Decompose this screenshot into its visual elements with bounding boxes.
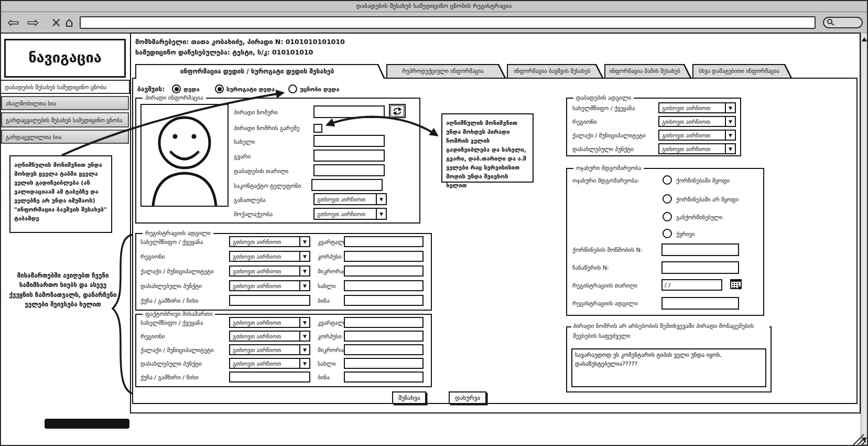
vertical-scrollbar[interactable]: [861, 33, 867, 445]
fact-house-input[interactable]: [344, 358, 424, 369]
fact-country-label: სახელმწიფო / ქვეყანა: [140, 320, 203, 326]
fact-region-label: რეგიონი: [140, 333, 165, 340]
dropdown-arrow-icon: ▼: [299, 267, 309, 275]
sidebar-title-label: ნავიგაცია: [28, 49, 101, 66]
refresh-icon: [390, 105, 404, 116]
user-info-line: მომხმარებელი: თათა კობახიძე, პირადი N: 0…: [135, 38, 345, 46]
registration-date-input[interactable]: [661, 279, 722, 291]
note-text: აღნიშნულის მონიშვნით უნდა მოხდეს პირადი …: [446, 120, 526, 189]
dropdown-arrow-icon: ▼: [299, 318, 309, 327]
bp-city-label: ქალაქი / მუნიციპალიტეტი: [572, 132, 646, 139]
reg-city-select[interactable]: გთხოვთ აირჩიოთ▼: [229, 266, 310, 277]
reg-region-select[interactable]: გთხოვთ აირჩიოთ▼: [229, 251, 310, 262]
marriage-certificate-input[interactable]: [661, 243, 739, 256]
close-button[interactable]: დახურვა: [449, 391, 486, 404]
scroll-up-arrow-icon[interactable]: [862, 35, 867, 41]
bp-region-select[interactable]: გთხოვთ აირჩიოთ▼: [658, 116, 736, 127]
refresh-personal-number-button[interactable]: [389, 104, 406, 118]
select-value: გთხოვთ აირჩიოთ: [662, 119, 710, 125]
registration-address-legend: რეგისტრაციის ადგილი: [143, 230, 213, 237]
radio-surrogate-mother[interactable]: [215, 84, 224, 93]
fact-region-select[interactable]: გთხოვთ აირჩიოთ▼: [229, 331, 310, 342]
bp-country-label: სახელმწიფო / ქვეყანა: [572, 105, 635, 112]
reg-country-select[interactable]: გთხოვთ აირჩიოთ▼: [229, 236, 310, 247]
select-value: გთხოვთ აირჩიოთ: [233, 360, 281, 367]
dropdown-arrow-icon: ▼: [376, 209, 386, 219]
back-icon[interactable]: ⇦: [7, 13, 19, 33]
fact-city-select[interactable]: გთხოვთ აირჩიოთ▼: [229, 344, 310, 355]
calendar-button[interactable]: [730, 278, 742, 291]
address-bar-input[interactable]: [80, 16, 816, 29]
application-window: დაბადების შესახებ სამედიცინო ცნობის რეგი…: [0, 0, 868, 446]
sidebar-item-death-certificate[interactable]: გარდაცვალების შესახებ სამედიცინო ცნობა: [1, 112, 129, 128]
photo-placeholder-smiley-icon: [142, 105, 227, 206]
radio-divorced[interactable]: [663, 212, 672, 221]
tab-child-info[interactable]: ინფორმაცია ბავშვის შესახებ: [507, 64, 603, 78]
citizenship-select[interactable]: გთხოვთ აირჩიოთ ▼: [313, 208, 387, 220]
sidebar-title: ნავიგაცია: [4, 39, 126, 78]
fact-block-input[interactable]: [344, 331, 424, 342]
radio-mother[interactable]: [172, 84, 181, 93]
education-select[interactable]: გთხოვთ აირჩიოთ ▼: [313, 193, 387, 205]
registration-place-label: რეგისტრაციის ადგილი: [572, 300, 638, 307]
radio-married[interactable]: [663, 175, 672, 185]
sidebar-item-newborn-list[interactable]: ახალშობილთა სია: [1, 96, 129, 110]
sidebar-item-deceased-list[interactable]: გარდაცვლილთა სია: [1, 130, 129, 144]
dropdown-arrow-icon: ▼: [299, 237, 309, 246]
basis-comment-textarea[interactable]: სავარაუდოდ ეს კომენტარის ტიპის ველი უნდა…: [571, 348, 766, 387]
reg-flat-input[interactable]: [344, 295, 424, 306]
last-name-input[interactable]: [313, 150, 385, 162]
horizontal-scrollbar-thumb[interactable]: [45, 419, 129, 429]
tab-mother-info[interactable]: ინფორმაცია დედის / სუროგატი დედის შესახე…: [135, 64, 385, 79]
fact-microdistrict-input[interactable]: [344, 344, 424, 355]
note-text: აღნიშნულის მონიშვნით უნდა მოხდეს ყველა ტ…: [14, 162, 107, 222]
fact-country-select[interactable]: გთხოვთ აირჩიოთ▼: [229, 317, 310, 328]
reg-settlement-label: დასახლებული პუნქტი: [140, 283, 202, 290]
fact-flat-input[interactable]: [344, 371, 424, 383]
radio-unknown-mother[interactable]: [288, 84, 297, 93]
note-personal-number: აღნიშნულის მონიშვნით უნდა მოხდეს პირადი …: [441, 113, 534, 183]
radio-not-married[interactable]: [663, 194, 672, 204]
reg-block-input[interactable]: [344, 251, 424, 262]
tab-father-info[interactable]: ინფორმაცია მამის შესახებ: [604, 64, 691, 78]
home-icon[interactable]: ⌂: [65, 13, 73, 33]
scroll-down-arrow-icon[interactable]: [862, 438, 867, 444]
reg-house-input[interactable]: [344, 280, 424, 291]
fact-quarter-input[interactable]: [344, 317, 424, 328]
window-title: დაბადების შესახებ სამედიცინო ცნობის რეგი…: [356, 2, 512, 9]
education-label: განათლება: [234, 197, 266, 204]
tab-reproductive-info[interactable]: რეპროდუქციული ინფორმაცია: [386, 64, 506, 78]
bp-country-select[interactable]: გთხოვთ აირჩიოთ▼: [658, 102, 736, 113]
search-icon: [827, 18, 835, 26]
personal-number-input[interactable]: [313, 105, 385, 118]
contact-phone-input[interactable]: [311, 179, 383, 191]
birth-date-input[interactable]: [313, 164, 385, 176]
tab-other-info[interactable]: სხვა დამატებითი ინფორმაცია: [692, 64, 792, 78]
dropdown-arrow-icon: ▼: [725, 103, 735, 112]
reg-street-input[interactable]: [229, 295, 310, 306]
basis-group-title: პირადი ნომრის არ არსებობის შემთხვევაში პ…: [571, 322, 769, 341]
facility-info-line: სამედიცინო დაწესებულება: ტესტი, ს/კ: 010…: [135, 48, 313, 56]
fact-street-input[interactable]: [229, 371, 310, 383]
record-number-input[interactable]: [661, 261, 739, 274]
search-box[interactable]: [823, 17, 863, 28]
reg-microdistrict-input[interactable]: [344, 266, 424, 277]
first-name-input[interactable]: [313, 135, 385, 147]
radio-widowed[interactable]: [663, 229, 672, 238]
reg-flat-label: ბინა: [318, 298, 330, 304]
forward-icon[interactable]: ⇨: [27, 13, 39, 33]
select-value: გთხოვთ აირჩიოთ: [233, 239, 281, 245]
no-personal-number-checkbox[interactable]: [313, 124, 322, 133]
actual-address-legend: ფაქტობრივი მისამართი: [143, 311, 215, 317]
bp-city-select[interactable]: გთხოვთ აირჩიოთ▼: [658, 130, 736, 141]
fact-settlement-select[interactable]: გთხოვთ აირჩიოთ▼: [229, 358, 310, 369]
no-personal-number-label: პირადი ნომრის გარეშე: [234, 125, 299, 132]
bp-settlement-select[interactable]: გთხოვთ აირჩიოთ▼: [658, 143, 736, 154]
reg-quarter-input[interactable]: [344, 236, 424, 247]
registration-place-input[interactable]: [661, 297, 739, 310]
save-button[interactable]: შენახვა: [392, 391, 426, 404]
sidebar-item-birth-certificate[interactable]: დაბადების შესახებ სამედიცინო ცნობა: [0, 80, 130, 94]
reg-settlement-select[interactable]: გთხოვთ აირჩიოთ▼: [229, 280, 310, 291]
photo-placeholder: [140, 104, 229, 207]
stop-icon[interactable]: ×: [51, 13, 61, 33]
